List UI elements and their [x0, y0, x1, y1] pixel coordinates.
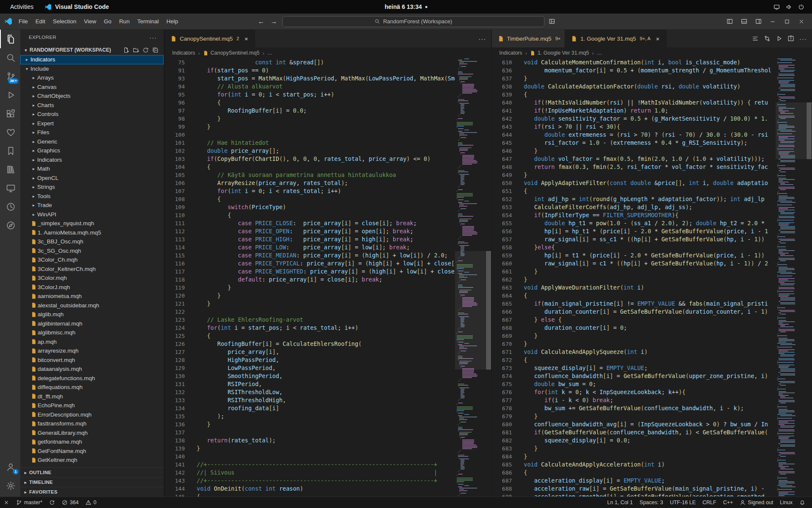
close-icon[interactable]: ×: [242, 34, 250, 43]
tree-item-file[interactable]: 3ColorJ.mqh: [20, 283, 164, 292]
menu-edit[interactable]: Edit: [32, 16, 49, 27]
activities-button[interactable]: Activities: [7, 2, 37, 11]
command-center[interactable]: RandomForest (Workspace): [283, 16, 545, 27]
menu-go[interactable]: Go: [100, 16, 115, 27]
menu-file[interactable]: File: [15, 16, 32, 27]
tree-item-file[interactable]: ErrorDescription.mqh: [20, 410, 164, 420]
volume-icon[interactable]: [786, 4, 792, 10]
tree-item-file[interactable]: delegatefunctions.mqh: [20, 374, 164, 383]
activitybar-compass[interactable]: [0, 216, 20, 235]
tree-item-folder[interactable]: ▸Strings: [20, 182, 164, 192]
layout-secondary-button[interactable]: [752, 16, 765, 28]
status-warnings[interactable]: 0: [82, 497, 100, 508]
more-icon[interactable]: ···: [479, 36, 486, 42]
status-accounts-signed-out[interactable]: Signed out: [736, 497, 776, 508]
activitybar-search[interactable]: [0, 48, 20, 67]
tree-item-file[interactable]: 3Color_Ch.mqh: [20, 255, 164, 265]
code-editor-left[interactable]: 75 const int &spread[])91 if(start_pos =…: [165, 58, 455, 497]
menu-view[interactable]: View: [80, 16, 100, 27]
more-actions-icon[interactable]: ···: [149, 34, 157, 41]
status-errors[interactable]: 364: [58, 497, 82, 508]
display-icon[interactable]: [774, 4, 780, 10]
menu-run[interactable]: Run: [115, 16, 134, 27]
maximize-button[interactable]: [781, 16, 793, 28]
activitybar-explorer[interactable]: [0, 30, 20, 48]
layout-panel-button[interactable]: [738, 16, 750, 28]
sidebar-section-outline[interactable]: ▸OUTLINE: [20, 467, 164, 477]
activitybar-heart[interactable]: [0, 123, 20, 141]
tree-item-file[interactable]: _simplex_nyquist.mqh: [20, 219, 164, 228]
status-language-mode[interactable]: C++: [720, 497, 737, 508]
status-git-branch[interactable]: master*: [13, 497, 46, 508]
scrollbar-thumb[interactable]: [807, 102, 812, 160]
tree-item-file[interactable]: aarniometsa.mqh: [20, 292, 164, 301]
breadcrumb-item[interactable]: Indicators: [499, 50, 522, 56]
tree-item-file[interactable]: GeneralLibrary.mqh: [20, 428, 164, 438]
minimap-left[interactable]: [455, 58, 486, 497]
status-os[interactable]: Linux: [776, 497, 796, 508]
tree-item-file[interactable]: dt_fft.mqh: [20, 392, 164, 401]
activitybar-run-debug[interactable]: [0, 86, 20, 104]
tree-item-file[interactable]: getfontname.mqh: [20, 437, 164, 447]
run-icon[interactable]: [776, 35, 782, 42]
breadcrumb-item[interactable]: …: [597, 50, 602, 56]
status-indentation[interactable]: Spaces: 3: [636, 497, 667, 508]
refresh-icon[interactable]: [143, 47, 149, 53]
outline-list-icon[interactable]: [752, 35, 759, 42]
tree-item-file[interactable]: alglibinternal.mqh: [20, 319, 164, 329]
navigate-back-icon[interactable]: ←: [257, 18, 266, 25]
tree-item-folder[interactable]: ▸Graphics: [20, 146, 164, 155]
activitybar-remote-explorer[interactable]: [0, 179, 20, 197]
collapse-all-icon[interactable]: [152, 47, 159, 53]
tree-item-file[interactable]: GetFontName.mqh: [20, 447, 164, 456]
status-eol[interactable]: CRLF: [699, 497, 720, 508]
layout-sidebar-button[interactable]: [723, 16, 736, 28]
new-file-icon[interactable]: [123, 47, 129, 53]
tree-item-file[interactable]: 1. AarnioMetsa.mqh.mq5: [20, 228, 164, 237]
tree-item-folder[interactable]: ▸Charts: [20, 101, 164, 110]
activitybar-accounts[interactable]: 1: [0, 458, 20, 476]
tree-item-folder[interactable]: ▸Expert: [20, 119, 164, 128]
activitybar-bookmarks[interactable]: [0, 141, 20, 160]
editor-tab[interactable]: TimberPulse.mq59+: [492, 30, 565, 47]
tree-item-folder[interactable]: ▸Arrays: [20, 73, 164, 83]
tree-item-file[interactable]: alglib.mqh: [20, 310, 164, 319]
split-editor-icon[interactable]: [787, 35, 794, 42]
tree-item-folder[interactable]: ▸Files: [20, 128, 164, 137]
editor-tab[interactable]: 1. Google Ver 31.mq59+, A×: [565, 30, 667, 47]
tree-item-file[interactable]: ap.mqh: [20, 337, 164, 347]
customize-layout-icon[interactable]: [549, 18, 555, 25]
tree-item-folder[interactable]: ▾Include: [20, 64, 164, 74]
tree-item-file[interactable]: fasttransforms.mqh: [20, 419, 164, 428]
tree-item-file[interactable]: 3c_SG_Osc.mqh: [20, 246, 164, 256]
new-folder-icon[interactable]: [133, 47, 139, 53]
scrollbar-thumb[interactable]: [486, 251, 491, 369]
activitybar-gitlens[interactable]: [0, 197, 20, 216]
close-win-button[interactable]: [795, 16, 808, 28]
focused-app-indicator[interactable]: Visual Studio Code: [44, 3, 109, 11]
tree-item-folder[interactable]: ▸WinAPI: [20, 210, 164, 219]
tree-item-file[interactable]: alexstal_outsidebar.mqh: [20, 301, 164, 310]
status-encoding[interactable]: UTF-16 LE: [667, 497, 699, 508]
breadcrumb-item[interactable]: CanopySentinel.mq5: [203, 50, 260, 56]
sidebar-section-favorites[interactable]: ▸FAVORITES: [20, 487, 164, 497]
minimap-right[interactable]: [776, 58, 806, 497]
activitybar-extensions[interactable]: [0, 104, 20, 123]
clock[interactable]: heinä 6 13:34: [385, 3, 428, 10]
menu-help[interactable]: Help: [162, 16, 182, 27]
breadcrumb-item[interactable]: Indicators: [172, 50, 195, 56]
compare-changes-icon[interactable]: [764, 35, 771, 42]
editor-tab[interactable]: CanopySentinel.mq52×: [165, 30, 255, 47]
activitybar-source-control[interactable]: 3K+: [0, 67, 20, 86]
close-icon[interactable]: ×: [653, 34, 662, 43]
breadcrumb-item[interactable]: 1. Google Ver 31.mq5: [530, 50, 589, 56]
tree-item-folder[interactable]: ▸OpenCL: [20, 174, 164, 183]
tree-item-folder[interactable]: ▸ChartObjects: [20, 91, 164, 101]
status-notifications[interactable]: [796, 497, 809, 508]
tree-item-file[interactable]: 3c_BBJ_Osc.mqh: [20, 237, 164, 246]
activitybar-library[interactable]: [0, 160, 20, 179]
sidebar-section-timeline[interactable]: ▸TIMELINE: [20, 477, 164, 487]
tree-item-file[interactable]: 3Color_KeltnerCh.mqh: [20, 265, 164, 274]
menu-selection[interactable]: Selection: [49, 16, 80, 27]
power-icon[interactable]: [798, 4, 804, 10]
